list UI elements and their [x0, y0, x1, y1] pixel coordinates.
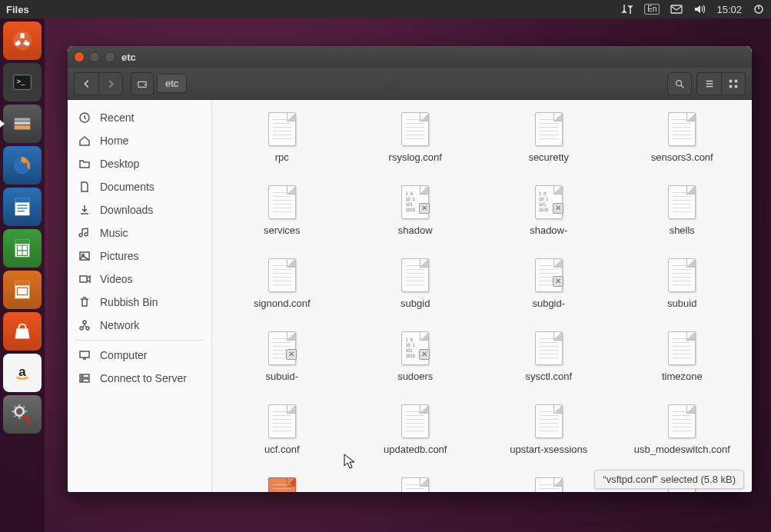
session-indicator-icon[interactable] — [753, 3, 765, 15]
file-icon — [266, 257, 298, 294]
sidebar-item-documents[interactable]: Documents — [68, 175, 211, 198]
search-button[interactable] — [667, 72, 692, 95]
file-item[interactable]: subuid — [619, 254, 746, 313]
sidebar-item-label: Home — [100, 135, 128, 147]
file-icon — [533, 111, 565, 148]
sidebar-item-connect-to-server[interactable]: Connect to Server — [68, 367, 211, 390]
file-item[interactable]: 1 010 11011010✕shadow — [352, 181, 480, 240]
file-item[interactable]: sensors3.conf — [619, 108, 746, 167]
sidebar-item-network[interactable]: Network — [68, 314, 211, 337]
nav-forward-button[interactable] — [98, 72, 123, 95]
file-item[interactable]: 1 010 11011010✕shadow- — [485, 181, 613, 240]
file-item[interactable]: upstart-xsessions — [485, 400, 613, 459]
clock-indicator[interactable]: 15:02 — [716, 4, 742, 15]
svg-rect-27 — [729, 85, 733, 88]
sidebar-item-videos[interactable]: Videos — [68, 268, 211, 291]
file-icon — [399, 403, 431, 440]
file-item[interactable]: ucf.conf — [218, 400, 346, 459]
file-item[interactable]: sysctl.conf — [485, 327, 613, 386]
launcher-firefox[interactable] — [3, 146, 42, 185]
path-segment-etc[interactable]: etc — [157, 74, 187, 93]
file-item[interactable]: updatedb.conf — [352, 400, 480, 459]
svg-rect-32 — [80, 276, 87, 282]
sidebar-item-label: Pictures — [100, 250, 139, 262]
file-item[interactable]: usb_modeswitch.conf — [619, 400, 746, 459]
places-sidebar: RecentHomeDesktopDocumentsDownloadsMusic… — [68, 100, 212, 492]
launcher-files[interactable] — [3, 105, 42, 143]
file-icon — [533, 476, 565, 492]
file-icon — [399, 257, 431, 294]
file-icon — [266, 111, 298, 148]
file-item[interactable]: subgid — [352, 254, 480, 313]
launcher-amazon[interactable]: a — [3, 354, 42, 392]
file-item[interactable]: wgetrc — [485, 473, 613, 492]
mail-indicator-icon[interactable] — [670, 3, 683, 15]
sidebar-item-label: Rubbish Bin — [100, 296, 158, 308]
file-label: upstart-xsessions — [507, 443, 590, 456]
svg-rect-9 — [15, 118, 31, 121]
sidebar-item-label: Network — [100, 319, 139, 331]
file-item[interactable]: 1 010 11011010✕sudoers — [352, 327, 480, 386]
file-item[interactable]: rpc — [218, 108, 346, 167]
sidebar-item-music[interactable]: Music — [68, 221, 211, 244]
file-item[interactable]: rsyslog.conf — [352, 108, 480, 167]
window-minimize-button[interactable] — [89, 52, 100, 62]
sidebar-item-pictures[interactable]: Pictures — [68, 244, 211, 268]
toolbar: etc — [68, 68, 752, 100]
launcher-ubuntu-software[interactable] — [3, 312, 42, 351]
sidebar-item-desktop[interactable]: Desktop — [68, 152, 211, 175]
file-label: ucf.conf — [261, 443, 303, 456]
file-icon — [666, 403, 698, 440]
file-icon: ✕ — [533, 257, 565, 294]
file-item[interactable]: ✕subuid- — [218, 327, 346, 386]
volume-indicator-icon[interactable] — [693, 3, 706, 15]
file-item[interactable]: signond.conf — [218, 254, 346, 313]
launcher-libreoffice-impress[interactable] — [3, 271, 42, 309]
file-icon: ✕ — [266, 330, 298, 367]
svg-rect-36 — [80, 351, 89, 357]
file-item[interactable]: vtrgb — [352, 473, 480, 492]
svg-rect-10 — [15, 121, 31, 125]
svg-point-23 — [145, 84, 146, 85]
file-item[interactable]: services — [218, 181, 346, 240]
file-icon-view[interactable]: rpcrsyslog.confsecurettysensors3.confser… — [212, 100, 752, 492]
svg-point-33 — [83, 321, 86, 324]
launcher-ubuntu-dash[interactable] — [3, 22, 42, 60]
file-icon: 1 010 11011010✕ — [399, 330, 431, 367]
file-icon — [266, 476, 298, 492]
window-titlebar[interactable]: etc — [68, 46, 752, 68]
file-label: securetty — [525, 151, 572, 164]
sidebar-item-recent[interactable]: Recent — [68, 106, 211, 129]
svg-point-24 — [676, 80, 682, 85]
file-item[interactable]: vsftpd.conf — [218, 473, 346, 492]
sidebar-item-computer[interactable]: Computer — [68, 344, 211, 367]
sidebar-item-home[interactable]: Home — [68, 129, 211, 152]
sidebar-item-downloads[interactable]: Downloads — [68, 198, 211, 221]
path-device-icon[interactable] — [131, 72, 154, 95]
file-item[interactable]: ✕subgid- — [485, 254, 613, 313]
nav-back-button[interactable] — [74, 72, 98, 95]
window-close-button[interactable] — [74, 52, 85, 62]
file-icon — [266, 403, 298, 440]
launcher-terminal[interactable]: >_ — [3, 63, 42, 101]
language-indicator[interactable]: En — [644, 4, 660, 15]
svg-rect-26 — [735, 79, 738, 82]
sidebar-item-label: Videos — [100, 273, 133, 285]
file-item[interactable]: timezone — [619, 327, 746, 386]
file-item[interactable]: shells — [619, 181, 746, 240]
file-label: rpc — [272, 151, 292, 164]
view-grid-button[interactable] — [721, 72, 746, 95]
svg-text:a: a — [18, 364, 26, 379]
window-maximize-button[interactable] — [105, 52, 115, 62]
file-icon — [666, 111, 698, 148]
file-label: subuid- — [262, 370, 301, 383]
file-item[interactable]: securetty — [485, 108, 613, 167]
sidebar-item-rubbish-bin[interactable]: Rubbish Bin — [68, 291, 211, 314]
file-icon: 1 010 11011010✕ — [399, 184, 431, 221]
launcher-libreoffice-calc[interactable] — [3, 229, 42, 268]
network-indicator-icon[interactable] — [621, 3, 633, 15]
launcher-system-settings[interactable] — [3, 395, 42, 434]
file-icon — [399, 476, 431, 492]
view-list-button[interactable] — [696, 72, 721, 95]
launcher-libreoffice-writer[interactable] — [3, 188, 42, 226]
